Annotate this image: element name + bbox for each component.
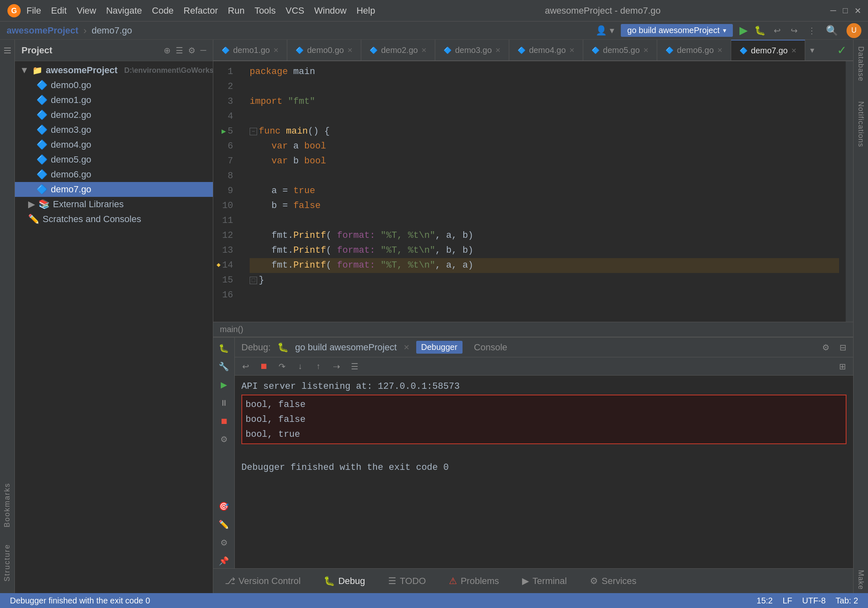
menu-run[interactable]: Run [228, 5, 244, 16]
tab-demo6-close[interactable]: ✕ [717, 46, 723, 54]
toolbar-icon-1[interactable]: ↩ [772, 24, 782, 37]
bookmarks-label[interactable]: Bookmarks [3, 479, 12, 531]
debug-session-close[interactable]: ✕ [403, 343, 410, 352]
bottom-tab-todo[interactable]: ☰ TODO [383, 574, 431, 588]
notifications-label[interactable]: Notifications [856, 98, 865, 151]
menu-view[interactable]: View [76, 5, 96, 16]
tab-demo1[interactable]: 🔷 demo1.go ✕ [213, 40, 287, 60]
tab-demo2[interactable]: 🔷 demo2.go ✕ [361, 40, 435, 60]
menu-window[interactable]: Window [314, 5, 346, 16]
menu-tools[interactable]: Tools [255, 5, 276, 16]
tree-file-demo2[interactable]: 🔷 demo2.go [15, 108, 213, 122]
status-position[interactable]: 15:2 [757, 596, 773, 606]
bottom-tab-version-control[interactable]: ⎇ Version Control [220, 574, 305, 588]
tab-demo5-close[interactable]: ✕ [643, 46, 649, 54]
toolbar-icon-3[interactable]: ⋮ [806, 24, 818, 37]
tab-demo7[interactable]: 🔷 demo7.go ✕ [731, 40, 805, 60]
status-linesep[interactable]: LF [783, 596, 792, 606]
menu-refactor[interactable]: Refactor [184, 5, 218, 16]
tree-external-libs[interactable]: ▶ 📚 External Libraries [15, 197, 213, 212]
sidebar-settings-icon[interactable]: ⊕ [164, 45, 171, 55]
tree-file-demo6[interactable]: 🔷 demo6.go [15, 167, 213, 182]
fold-close-icon-15[interactable]: □ [250, 277, 257, 284]
menu-navigate[interactable]: Navigate [106, 5, 142, 16]
minimize-button[interactable]: ─ [830, 6, 836, 16]
structure-label[interactable]: Structure [3, 541, 12, 585]
close-button[interactable]: ✕ [854, 6, 861, 16]
maximize-button[interactable]: □ [843, 6, 848, 16]
tab-demo3-close[interactable]: ✕ [495, 46, 501, 54]
debug-toolbar-rerun[interactable]: ↩ [238, 359, 253, 374]
code-content[interactable]: package main import "fmt" − func main ()… [243, 61, 846, 322]
debug-toolbar-step-into[interactable]: ↓ [293, 359, 308, 374]
tab-demo0-close[interactable]: ✕ [347, 46, 353, 54]
editor-scrollbar[interactable] [846, 61, 853, 322]
build-button[interactable]: go build awesomeProject ▾ [621, 24, 733, 37]
bottom-tab-problems[interactable]: ⚠ Problems [444, 574, 504, 588]
debug-toolbar-frame[interactable]: ☰ [347, 359, 362, 374]
sidebar-filter-icon[interactable]: ⚙ [188, 45, 196, 55]
bottom-tab-terminal[interactable]: ▶ Terminal [517, 574, 572, 588]
project-toggle-icon[interactable] [0, 43, 15, 58]
debug-toolbar-step-over[interactable]: ↷ [274, 359, 289, 374]
debug-icon-target[interactable]: 🎯 [217, 499, 231, 514]
tab-demo2-close[interactable]: ✕ [421, 46, 427, 54]
toolbar-icon-2[interactable]: ↪ [789, 24, 799, 37]
debug-icon-settings[interactable]: ⚙ [217, 432, 231, 447]
debug-tab-console[interactable]: Console [469, 340, 513, 354]
debug-split-icon[interactable]: ⊟ [839, 342, 847, 352]
debug-tab-debugger[interactable]: Debugger [416, 341, 463, 354]
tab-demo4[interactable]: 🔷 demo4.go ✕ [509, 40, 583, 60]
debug-toolbar-layout[interactable]: ⊞ [835, 359, 850, 374]
debug-content[interactable]: API server listening at: 127.0.0.1:58573… [235, 376, 853, 568]
debug-icon-play[interactable]: ▶ [217, 377, 231, 392]
tab-demo1-close[interactable]: ✕ [273, 46, 279, 54]
menu-help[interactable]: Help [356, 5, 375, 16]
status-indent[interactable]: Tab: 2 [836, 596, 858, 606]
menu-vcs[interactable]: VCS [286, 5, 304, 16]
bottom-tab-services[interactable]: ⚙ Services [585, 574, 641, 588]
sidebar-collapse-icon[interactable]: ─ [200, 45, 206, 55]
debug-icon-pencil[interactable]: ✏️ [217, 517, 231, 532]
profile-icon[interactable]: 👤 ▾ [596, 25, 614, 36]
tree-file-demo4[interactable]: 🔷 demo4.go [15, 137, 213, 152]
menu-edit[interactable]: Edit [51, 5, 67, 16]
tree-file-demo0[interactable]: 🔷 demo0.go [15, 78, 213, 93]
tree-file-demo7[interactable]: 🔷 demo7.go [15, 182, 213, 197]
fold-icon-5[interactable]: − [250, 128, 257, 135]
debug-button[interactable]: 🐛 [754, 25, 765, 36]
debug-toolbar-run-cursor[interactable]: ⇢ [329, 359, 344, 374]
tab-demo4-close[interactable]: ✕ [569, 46, 575, 54]
user-avatar[interactable]: U [847, 23, 861, 38]
tab-demo5[interactable]: 🔷 demo5.go ✕ [583, 40, 657, 60]
debug-icon-wrench[interactable]: 🔧 [217, 359, 231, 374]
status-encoding[interactable]: UTF-8 [802, 596, 826, 606]
tree-file-demo3[interactable]: 🔷 demo3.go [15, 122, 213, 137]
run-button[interactable]: ▶ [739, 24, 748, 37]
debug-icon-stop[interactable]: ⏹ [217, 414, 231, 428]
debug-icon-pause[interactable]: ⏸ [217, 395, 231, 410]
debug-icon-bug[interactable]: 🐛 [217, 341, 231, 356]
debug-toolbar-stop[interactable]: ⏹ [256, 359, 271, 374]
tab-demo7-close[interactable]: ✕ [791, 47, 796, 55]
breadcrumb-file[interactable]: demo7.go [92, 25, 132, 36]
tab-demo6[interactable]: 🔷 demo6.go ✕ [657, 40, 731, 60]
tree-file-demo5[interactable]: 🔷 demo5.go [15, 152, 213, 167]
tab-demo0[interactable]: 🔷 demo0.go ✕ [287, 40, 361, 60]
debug-toolbar-step-out[interactable]: ↑ [311, 359, 326, 374]
tree-file-demo1[interactable]: 🔷 demo1.go [15, 93, 213, 108]
tab-demo3[interactable]: 🔷 demo3.go ✕ [435, 40, 509, 60]
breadcrumb-project[interactable]: awesomeProject [7, 25, 79, 36]
make-label[interactable]: Make [856, 567, 865, 593]
debug-settings-icon[interactable]: ⚙ [822, 342, 830, 352]
search-icon[interactable]: 🔍 [824, 23, 840, 38]
menu-code[interactable]: Code [152, 5, 174, 16]
database-label[interactable]: Database [856, 43, 865, 85]
tree-scratches[interactable]: ✏️ Scratches and Consoles [15, 212, 213, 227]
sidebar-sort-icon[interactable]: ☰ [176, 45, 183, 55]
bottom-tab-debug[interactable]: 🐛 Debug [319, 574, 370, 588]
debug-icon-gear[interactable]: ⚙ [217, 535, 231, 550]
debug-icon-pin[interactable]: 📌 [217, 553, 231, 568]
tab-more-button[interactable]: ▾ [805, 40, 819, 60]
menu-file[interactable]: File [26, 5, 41, 16]
